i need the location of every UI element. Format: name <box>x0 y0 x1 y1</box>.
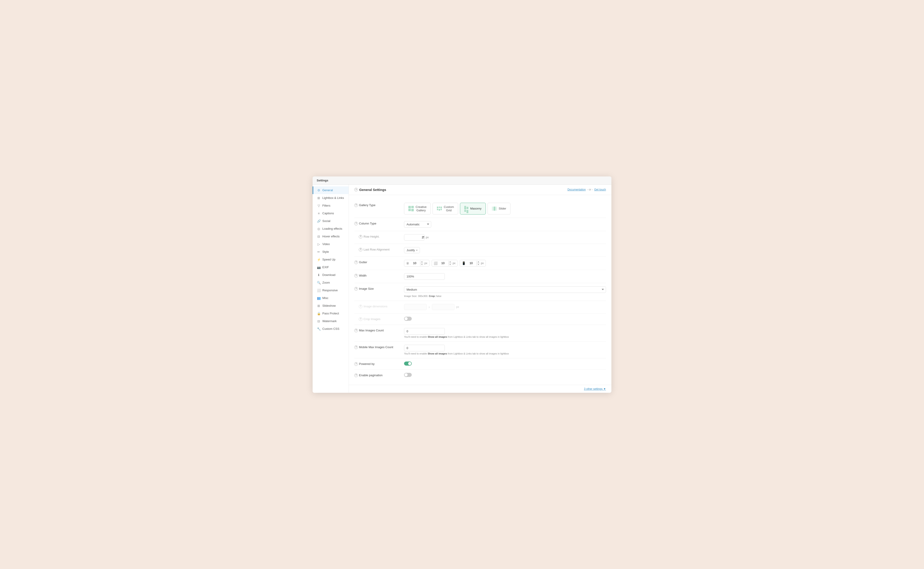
sidebar-item-customcss[interactable]: 🔧 Custom CSS <box>313 325 349 333</box>
width-input[interactable] <box>404 273 445 280</box>
image-dimensions-row: ? Image dimensions x px <box>354 301 606 313</box>
powered-by-toggle[interactable] <box>404 362 412 365</box>
sidebar-item-style[interactable]: ✏ Style <box>313 248 349 256</box>
row-height-input[interactable] <box>404 234 425 240</box>
image-dim-height[interactable] <box>432 304 455 310</box>
crop-toggle[interactable] <box>404 316 412 321</box>
crop-help[interactable]: ? <box>359 317 363 321</box>
mobile-max-help[interactable]: ? <box>354 345 358 349</box>
image-size-select[interactable]: Thumbnail Medium Large Full <box>404 286 606 293</box>
sidebar-item-speedup[interactable]: ⚡ Speed Up <box>313 256 349 263</box>
gutter-label: ? Gutter <box>354 260 404 264</box>
sidebar-item-zoom[interactable]: 🔍 Zoom <box>313 279 349 286</box>
max-images-row: ? Max Images Count You'll need to enable… <box>354 325 606 342</box>
sidebar-item-slideshow[interactable]: ⊞ Slideshow <box>313 302 349 310</box>
sidebar-item-video[interactable]: ▷ Video <box>313 240 349 248</box>
sidebar-label-video: Video <box>322 242 330 246</box>
crop-images-label: ? Crop Images <box>354 316 404 321</box>
sidebar-label-exif: EXIF <box>322 265 329 269</box>
sidebar-item-passprotect[interactable]: 🔒 Pass Protect <box>313 310 349 317</box>
row-height-spinner: ▲ ▼ <box>404 234 425 240</box>
width-help[interactable]: ? <box>354 274 358 277</box>
mobile-max-input[interactable] <box>404 345 445 351</box>
gallery-type-help[interactable]: ? <box>354 204 358 207</box>
gutter-desktop-down[interactable]: ▼ <box>420 263 423 266</box>
sidebar-item-social[interactable]: 🔗 Social <box>313 217 349 225</box>
masonry-icon <box>464 206 468 211</box>
powered-by-help[interactable]: ? <box>354 362 358 366</box>
gutter-desktop-input[interactable] <box>411 262 419 265</box>
sidebar-item-download[interactable]: ⬇ Download <box>313 271 349 279</box>
sidebar-item-loading[interactable]: ◎ Loading effects <box>313 225 349 233</box>
image-dimensions-label: ? Image dimensions <box>354 304 404 308</box>
header-help-icon[interactable]: ? <box>354 188 358 192</box>
slider-label: Slider <box>499 207 506 210</box>
other-settings-link[interactable]: 3 other settings ▼ <box>584 387 606 391</box>
gutter-tablet-up[interactable]: ▲ <box>449 261 452 263</box>
gutter-desktop-up[interactable]: ▲ <box>420 261 423 263</box>
sidebar-item-general[interactable]: ⚙ General <box>313 186 349 194</box>
sidebar-item-hover[interactable]: ⊟ Hover effects <box>313 233 349 240</box>
last-row-help[interactable]: ? <box>359 248 363 251</box>
or-separator: - or - <box>587 188 593 191</box>
gallery-type-label: ? Gallery Type <box>354 203 404 207</box>
gutter-tablet-input[interactable] <box>439 262 447 265</box>
sidebar-item-responsive[interactable]: ⬜ Responsive <box>313 286 349 294</box>
justify-select[interactable]: Justify ▾ <box>404 247 420 253</box>
masonry-label: Masonry <box>470 207 481 210</box>
sidebar-item-watermark[interactable]: ⊟ Watermark <box>313 317 349 325</box>
gutter-help[interactable]: ? <box>354 260 358 264</box>
row-height-help[interactable]: ? <box>359 235 363 239</box>
image-dim-help[interactable]: ? <box>359 305 363 308</box>
pagination-help[interactable]: ? <box>354 374 358 377</box>
gutter-tablet-down[interactable]: ▼ <box>449 263 452 266</box>
general-icon: ⚙ <box>317 189 320 192</box>
gutter-mobile-up[interactable]: ▲ <box>477 261 480 263</box>
powered-by-row: ? Powered by <box>354 358 606 370</box>
gutter-control: 🖥 ▲ ▼ px ⬜ ▲ <box>404 260 606 266</box>
content-header-right: Documentation - or - Get touch <box>567 188 606 191</box>
gutter-mobile-down[interactable]: ▼ <box>477 263 480 266</box>
image-size-help[interactable]: ? <box>354 287 358 291</box>
sidebar-label-zoom: Zoom <box>322 281 330 284</box>
content-area: ? General Settings Documentation - or - … <box>349 185 611 393</box>
gallery-type-creative[interactable]: Creative Gallery <box>404 203 431 215</box>
crop-images-row: ? Crop Images <box>354 313 606 325</box>
mobile-max-images-control: You'll need to enable Show all images fr… <box>404 345 606 355</box>
image-dim-width[interactable] <box>404 304 427 310</box>
width-label: ? Width <box>354 273 404 277</box>
misc-icon: 👥 <box>317 296 320 300</box>
title-bar: Settings <box>313 176 611 185</box>
justify-value: Justify <box>407 248 415 252</box>
sidebar-item-lightbox[interactable]: ⊞ Lightbox & Links <box>313 194 349 202</box>
sidebar-item-captions[interactable]: ≡ Captions <box>313 210 349 217</box>
slider-icon <box>492 207 497 211</box>
sidebar-item-exif[interactable]: 📷 EXIF <box>313 263 349 271</box>
gallery-type-masonry[interactable]: Masonry <box>460 203 486 215</box>
sidebar-item-filters[interactable]: ▽ Filters <box>313 202 349 210</box>
social-icon: 🔗 <box>317 219 320 223</box>
last-row-row: ? Last Row Alignment Justify ▾ <box>354 244 606 257</box>
image-size-label: ? Image Size <box>354 286 404 291</box>
sidebar-item-misc[interactable]: 👥 Misc <box>313 294 349 302</box>
get-touch-link[interactable]: Get touch <box>594 188 606 191</box>
content-header: ? General Settings Documentation - or - … <box>349 185 611 195</box>
sidebar-label-download: Download <box>322 273 335 277</box>
max-images-label: ? Max Images Count <box>354 328 404 332</box>
content-header-title: General Settings <box>359 188 386 192</box>
last-row-control: Justify ▾ <box>404 247 606 253</box>
sidebar-label-misc: Misc <box>322 296 328 300</box>
customcss-icon: 🔧 <box>317 327 320 331</box>
gallery-type-slider[interactable]: Slider <box>488 203 510 215</box>
gutter-mobile-input[interactable] <box>467 262 475 265</box>
gallery-type-custom[interactable]: Custom Grid <box>432 203 458 215</box>
max-images-help[interactable]: ? <box>354 329 358 332</box>
pagination-label: ? Enable pagination <box>354 373 404 377</box>
settings-window: Settings ⚙ General ⊞ Lightbox & Links ▽ … <box>313 176 611 393</box>
max-images-input[interactable] <box>404 328 445 335</box>
column-type-select[interactable]: Automatic 2 Columns 3 Columns 4 Columns <box>404 221 431 228</box>
column-type-help[interactable]: ? <box>354 222 358 225</box>
pagination-toggle[interactable] <box>404 373 412 377</box>
documentation-link[interactable]: Documentation <box>567 188 586 191</box>
powered-by-label: ? Powered by <box>354 362 404 366</box>
